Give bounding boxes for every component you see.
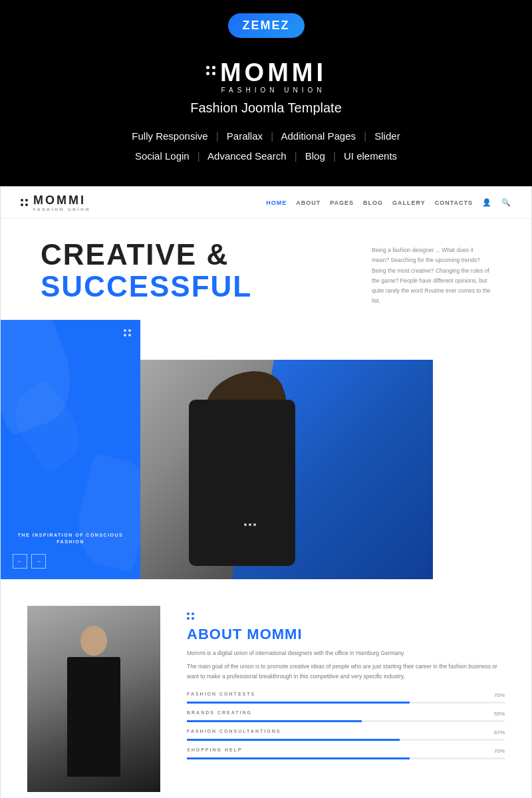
feature-social-login: Social Login xyxy=(135,150,190,162)
nav-item-about[interactable]: ABOUT xyxy=(296,200,321,206)
sep-4: | xyxy=(198,150,200,162)
slider-blue-panel: THE INSPIRATION OF CONSCIOUS FASHION ← → xyxy=(1,320,140,579)
about-title: ABOUT MOMMI xyxy=(187,626,505,643)
skill-bar-bg-fashion-contests xyxy=(187,702,505,704)
about-description-2: The main goal of the union is to promote… xyxy=(187,662,505,681)
nav-item-gallery[interactable]: GALLERY xyxy=(392,200,426,206)
body-silhouette xyxy=(189,400,295,566)
template-title: Fashion Joomla Template xyxy=(0,100,532,116)
slider-arrows: ← → xyxy=(13,554,46,569)
nav-item-pages[interactable]: PAGES xyxy=(330,200,354,206)
skill-label-fashion-consultations: FASHION CONSULTANTIONS xyxy=(187,729,281,733)
demo-brand-name: MOMMI xyxy=(33,194,90,207)
about-content: ABOUT MOMMI Mommi is a digital union of … xyxy=(187,606,505,792)
skill-bar-bg-brands-creating xyxy=(187,720,505,722)
nav-item-home[interactable]: HOME xyxy=(266,200,287,206)
nav-item-blog[interactable]: BLOG xyxy=(363,200,383,206)
sep-5: | xyxy=(295,150,297,162)
logo-dots-icon xyxy=(205,65,215,74)
demo-nav: HOME ABOUT PAGES BLOG GALLERY CONTACTS 👤… xyxy=(266,198,511,207)
about-title-prefix: ABOUT xyxy=(187,626,247,642)
search-icon[interactable]: 🔍 xyxy=(501,198,511,207)
feature-additional-pages: Additional Pages xyxy=(281,130,356,142)
feature-ui-elements: UI elements xyxy=(344,150,397,162)
about-description-1: Mommi is a digital union of internationa… xyxy=(187,648,505,658)
brand-logo: MOMMI FASHION UNION xyxy=(0,60,532,94)
fern-decoration-2 xyxy=(68,453,140,573)
skill-percent-fashion-consultations: 67% xyxy=(494,730,505,735)
skill-label-fashion-contests: FASHION CONTESTS xyxy=(187,692,255,696)
skill-label-shopping-help: SHOPPING HELP xyxy=(187,747,243,752)
skill-percent-brands-creating: 55% xyxy=(494,711,505,717)
demo-logo-dots-icon xyxy=(21,199,29,207)
nav-item-contacts[interactable]: CONTACTS xyxy=(435,200,473,206)
hero-text: CREATIVE & SUCCESSFUL xyxy=(41,239,372,303)
demo-header: MOMMI FASHION UNION HOME ABOUT PAGES BLO… xyxy=(1,187,531,219)
main-content: CREATIVE & SUCCESSFUL Being a fashion de… xyxy=(1,219,531,798)
brand-subtitle: FASHION UNION xyxy=(220,86,327,94)
feature-blog: Blog xyxy=(305,150,325,162)
about-person-head xyxy=(80,626,107,656)
skill-percent-shopping-help: 70% xyxy=(494,748,505,754)
user-icon[interactable]: 👤 xyxy=(482,198,492,207)
next-arrow-button[interactable]: → xyxy=(31,554,46,569)
slider-section: THE INSPIRATION OF CONSCIOUS FASHION ← → xyxy=(1,320,531,579)
demo-preview: MOMMI FASHION UNION HOME ABOUT PAGES BLO… xyxy=(0,186,532,798)
about-dots-icon xyxy=(187,612,195,620)
hero-side-description: Being a fashion designer ... What does i… xyxy=(372,239,491,307)
feature-responsive: Fully Responsive xyxy=(132,130,207,142)
sep-2: | xyxy=(271,130,273,142)
features-row-2: Social Login | Advanced Search | Blog | … xyxy=(0,146,532,166)
hero-section: CREATIVE & SUCCESSFUL Being a fashion de… xyxy=(1,219,531,307)
demo-logo: MOMMI FASHION UNION xyxy=(21,194,90,211)
sep-1: | xyxy=(216,130,219,142)
sep-6: | xyxy=(333,150,336,162)
features-row-1: Fully Responsive | Parallax | Additional… xyxy=(0,126,532,146)
about-section: ABOUT MOMMI Mommi is a digital union of … xyxy=(1,579,531,792)
skill-bar-bg-shopping-help xyxy=(187,757,505,759)
feature-advanced-search: Advanced Search xyxy=(207,150,286,162)
skill-item-shopping-help: SHOPPING HELP 70% xyxy=(187,747,505,759)
about-person-body xyxy=(67,657,120,777)
skill-bar-bg-fashion-consultations xyxy=(187,739,505,741)
panel-dots-icon xyxy=(124,329,131,336)
top-promo-section: ZEMEZ MOMMI FASHION UNION Fashion Joomla… xyxy=(0,0,532,186)
skill-bar-fill-fashion-contests xyxy=(187,702,410,704)
feature-parallax: Parallax xyxy=(227,130,263,142)
about-photo xyxy=(27,606,160,792)
skill-item-fashion-contests: FASHION CONTESTS 70% xyxy=(187,692,505,704)
about-title-blue: MOMMI xyxy=(247,626,302,642)
skill-bar-fill-shopping-help xyxy=(187,757,410,759)
slider-main-image xyxy=(107,360,433,579)
prev-arrow-button[interactable]: ← xyxy=(13,554,27,569)
hero-heading: CREATIVE & SUCCESSFUL xyxy=(41,239,372,303)
hero-line1: CREATIVE & xyxy=(41,238,229,271)
slider-tagline: THE INSPIRATION OF CONSCIOUS FASHION xyxy=(1,532,140,546)
brand-name: MOMMI xyxy=(220,60,327,85)
skill-percent-fashion-contests: 70% xyxy=(494,692,505,698)
skill-label-brands-creating: BRANDS CREATING xyxy=(187,710,252,715)
sep-3: | xyxy=(364,130,366,142)
hero-line2: SUCCESSFUL xyxy=(41,271,372,303)
skill-item-fashion-consultations: FASHION CONSULTANTIONS 67% xyxy=(187,729,505,741)
demo-brand-sub: FASHION UNION xyxy=(33,207,90,211)
skill-bar-fill-fashion-consultations xyxy=(187,739,400,741)
skill-item-brands-creating: BRANDS CREATING 55% xyxy=(187,710,505,722)
zemez-badge[interactable]: ZEMEZ xyxy=(228,13,305,38)
skill-bars: FASHION CONTESTS 70% BRANDS CREATING 55% xyxy=(187,692,505,759)
skill-bar-fill-brands-creating xyxy=(187,720,362,722)
feature-slider: Slider xyxy=(374,130,400,142)
necklace-decoration xyxy=(244,523,256,526)
